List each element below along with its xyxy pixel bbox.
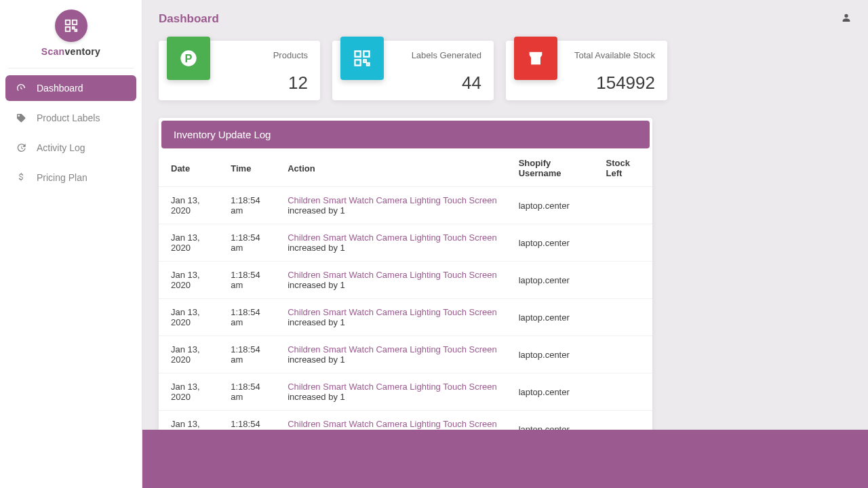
stat-label: Total Available Stock xyxy=(574,50,655,60)
table-row: Jan 13, 2020 1:18:54 am Children Smart W… xyxy=(159,262,652,299)
sidebar: Scanventory DashboardProduct LabelsActiv… xyxy=(0,0,142,488)
cell-stock xyxy=(598,262,652,299)
dollar-icon xyxy=(15,171,27,184)
log-panel-header: Inventory Update Log xyxy=(161,121,650,148)
stat-card-labels-generated: Labels Generated 44 xyxy=(332,41,494,100)
p-icon: P xyxy=(167,37,210,80)
table-row: Jan 13, 2020 1:18:54 am Children Smart W… xyxy=(159,336,652,373)
product-link[interactable]: Children Smart Watch Camera Lighting Tou… xyxy=(288,307,497,317)
table-row: Jan 13, 2020 1:18:54 am Children Smart W… xyxy=(159,373,652,411)
product-link[interactable]: Children Smart Watch Camera Lighting Tou… xyxy=(288,195,497,205)
cell-stock xyxy=(598,373,652,411)
col-shopify-username: Shopify Username xyxy=(511,148,598,187)
qr-icon xyxy=(340,37,384,80)
cell-time: 1:18:54 am xyxy=(222,373,279,411)
cell-time: 1:18:54 am xyxy=(222,336,279,373)
action-suffix: increased by 1 xyxy=(288,317,345,327)
cell-time: 1:18:54 am xyxy=(222,224,279,262)
svg-rect-0 xyxy=(65,20,69,24)
cell-stock xyxy=(598,187,652,224)
cell-action: Children Smart Watch Camera Lighting Tou… xyxy=(279,224,510,262)
stat-value: 44 xyxy=(462,73,481,94)
cell-user: laptop.center xyxy=(511,299,598,336)
cell-date: Jan 13, 2020 xyxy=(159,224,222,262)
store-icon xyxy=(514,37,557,80)
col-action: Action xyxy=(279,148,510,187)
sidebar-item-label: Pricing Plan xyxy=(37,172,87,183)
gauge-icon xyxy=(15,82,27,94)
cell-user: laptop.center xyxy=(511,336,598,373)
sidebar-item-pricing-plan[interactable]: Pricing Plan xyxy=(5,165,136,190)
stat-value: 12 xyxy=(288,73,308,94)
cell-action: Children Smart Watch Camera Lighting Tou… xyxy=(279,262,510,299)
cell-date: Jan 13, 2020 xyxy=(159,336,222,373)
action-suffix: increased by 1 xyxy=(288,243,345,253)
sidebar-item-label: Activity Log xyxy=(37,142,85,153)
user-icon xyxy=(841,12,852,23)
product-link[interactable]: Children Smart Watch Camera Lighting Tou… xyxy=(288,344,497,354)
cell-stock xyxy=(598,336,652,373)
brand-name: Scanventory xyxy=(7,46,135,57)
col-stock-left: Stock Left xyxy=(598,148,652,187)
divider xyxy=(8,68,134,68)
cell-date: Jan 13, 2020 xyxy=(159,187,222,224)
cell-user: laptop.center xyxy=(511,262,598,299)
svg-rect-2 xyxy=(65,27,69,31)
cell-user: laptop.center xyxy=(511,373,598,411)
stat-card-total-available-stock: Total Available Stock 154992 xyxy=(506,41,667,100)
history-icon xyxy=(15,142,27,154)
main-content: Dashboard P Products 12 Labels Generated… xyxy=(142,0,868,488)
brand-block: Scanventory xyxy=(0,9,142,64)
svg-rect-3 xyxy=(72,27,74,29)
svg-rect-1 xyxy=(72,20,76,24)
col-date: Date xyxy=(159,148,222,187)
cell-action: Children Smart Watch Camera Lighting Tou… xyxy=(279,373,510,411)
cell-time: 1:18:54 am xyxy=(222,187,279,224)
cell-stock xyxy=(598,224,652,262)
cell-date: Jan 13, 2020 xyxy=(159,299,222,336)
cell-action: Children Smart Watch Camera Lighting Tou… xyxy=(279,187,510,224)
stat-label: Labels Generated xyxy=(412,50,481,60)
cell-stock xyxy=(598,299,652,336)
cell-user: laptop.center xyxy=(511,187,598,224)
table-row: Jan 13, 2020 1:18:54 am Children Smart W… xyxy=(159,224,652,262)
stat-label: Products xyxy=(273,50,308,60)
brand-logo xyxy=(55,9,87,42)
svg-rect-7 xyxy=(355,52,361,57)
sidebar-item-label: Product Labels xyxy=(37,113,100,123)
stat-card-products: P Products 12 xyxy=(159,41,320,100)
product-link[interactable]: Children Smart Watch Camera Lighting Tou… xyxy=(288,419,497,429)
action-suffix: increased by 1 xyxy=(288,392,345,402)
svg-text:P: P xyxy=(185,52,193,64)
cell-action: Children Smart Watch Camera Lighting Tou… xyxy=(279,299,510,336)
cell-user: laptop.center xyxy=(511,224,598,262)
col-time: Time xyxy=(222,148,279,187)
product-link[interactable]: Children Smart Watch Camera Lighting Tou… xyxy=(288,270,497,280)
svg-rect-4 xyxy=(75,30,77,32)
table-row: Jan 13, 2020 1:18:54 am Children Smart W… xyxy=(159,299,652,336)
tag-icon xyxy=(15,112,27,124)
cell-time: 1:18:54 am xyxy=(222,299,279,336)
product-link[interactable]: Children Smart Watch Camera Lighting Tou… xyxy=(288,382,497,392)
svg-rect-8 xyxy=(363,52,369,57)
action-suffix: increased by 1 xyxy=(288,354,345,365)
cell-time: 1:18:54 am xyxy=(222,262,279,299)
cell-date: Jan 13, 2020 xyxy=(159,373,222,411)
svg-rect-10 xyxy=(363,60,366,62)
cell-action: Children Smart Watch Camera Lighting Tou… xyxy=(279,336,510,373)
action-suffix: increased by 1 xyxy=(288,205,345,216)
cell-date: Jan 13, 2020 xyxy=(159,262,222,299)
user-menu-button[interactable] xyxy=(841,12,852,26)
product-link[interactable]: Children Smart Watch Camera Lighting Tou… xyxy=(288,232,497,243)
action-suffix: increased by 1 xyxy=(288,280,345,290)
sidebar-item-activity-log[interactable]: Activity Log xyxy=(5,135,136,161)
qr-icon xyxy=(64,18,79,33)
stats-row: P Products 12 Labels Generated 44 Total … xyxy=(159,41,852,100)
stat-value: 154992 xyxy=(596,73,655,94)
sidebar-item-product-labels[interactable]: Product Labels xyxy=(5,105,136,131)
sidebar-item-label: Dashboard xyxy=(37,83,83,94)
svg-rect-9 xyxy=(355,60,361,65)
table-row: Jan 13, 2020 1:18:54 am Children Smart W… xyxy=(159,187,652,224)
sidebar-item-dashboard[interactable]: Dashboard xyxy=(5,75,136,101)
svg-rect-11 xyxy=(367,63,370,66)
